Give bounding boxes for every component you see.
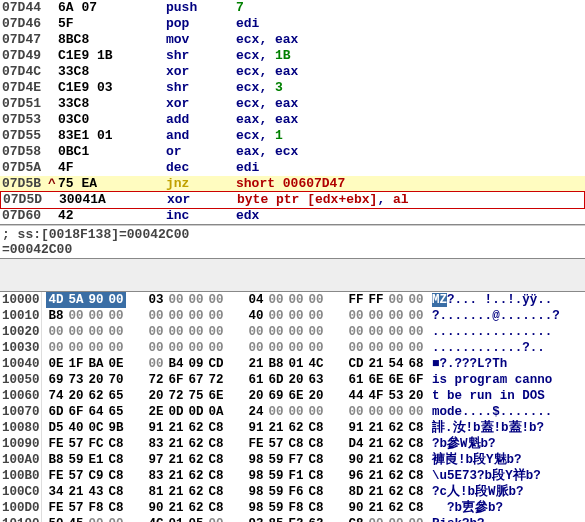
asm-mark <box>48 208 58 224</box>
asm-row[interactable]: 07D4C33C8xorecx, eax <box>0 64 585 80</box>
hex-bytes: 0E1FBA0E00B409CD21B8014CCD215468 <box>42 356 426 372</box>
asm-row[interactable]: 07D5133C8xorecx, eax <box>0 96 585 112</box>
asm-row[interactable]: 07D446A 07push7 <box>0 0 585 16</box>
asm-address: 07D47 <box>0 32 48 48</box>
asm-mark <box>49 192 59 208</box>
asm-operands: edi <box>236 160 585 176</box>
asm-row[interactable]: 07D4EC1E9 03shrecx, 3 <box>0 80 585 96</box>
asm-bytes: 6A 07 <box>58 0 166 16</box>
hex-row[interactable]: 1005069732070726F6772616D2063616E6E6Fis … <box>0 372 585 388</box>
hex-row[interactable]: 10100504500004C0105009385E262C8000000Ris… <box>0 516 585 522</box>
asm-mnemonic: mov <box>166 32 236 48</box>
asm-bytes: 30041A <box>59 192 167 208</box>
hex-row[interactable]: 10080D5400C9B912162C8912162C8912162C8誹.汝… <box>0 420 585 436</box>
asm-address: 07D58 <box>0 144 48 160</box>
asm-address: 07D5A <box>0 160 48 176</box>
hex-ascii: MZ?... !..!.ÿÿ.. <box>426 292 585 308</box>
asm-address: 07D5D <box>1 192 49 208</box>
asm-mark <box>48 144 58 160</box>
hex-row[interactable]: 1002000000000000000000000000000000000...… <box>0 324 585 340</box>
asm-row[interactable]: 07D5D30041Axorbyte ptr [edx+ebx], al <box>0 191 585 209</box>
asm-operands: ecx, eax <box>236 64 585 80</box>
asm-address: 07D51 <box>0 96 48 112</box>
asm-address: 07D53 <box>0 112 48 128</box>
hex-bytes: 69732070726F6772616D2063616E6E6F <box>42 372 426 388</box>
asm-operands: ecx, 1B <box>236 48 585 64</box>
asm-operands: ecx, 3 <box>236 80 585 96</box>
asm-row[interactable]: 07D5303C0addeax, eax <box>0 112 585 128</box>
asm-bytes: 42 <box>58 208 166 224</box>
hex-row[interactable]: 100A0B859E1C8972162C89859F7C8902162C8褲崀!… <box>0 452 585 468</box>
hex-address: 100B0 <box>0 468 42 484</box>
hex-ascii: t be run in DOS <box>426 388 585 404</box>
hex-address: 10090 <box>0 436 42 452</box>
asm-row[interactable]: 07D465Fpopedi <box>0 16 585 32</box>
hex-row[interactable]: 100706D6F64652E0D0D0A2400000000000000mod… <box>0 404 585 420</box>
hex-bytes: B859E1C8972162C89859F7C8902162C8 <box>42 452 426 468</box>
asm-mark <box>48 16 58 32</box>
hex-bytes: FE57F8C8902162C89859F8C8902162C8 <box>42 500 426 516</box>
hex-row[interactable]: 10090FE57FCC8832162C8FE57C8C8D42162C8?b參… <box>0 436 585 452</box>
hex-row[interactable]: 100C0342143C8812162C89859F6C88D2162C8?c人… <box>0 484 585 500</box>
hex-bytes: 742062652072756E20696E20444F5320 <box>42 388 426 404</box>
hex-ascii: \u5E73?b段Y祥b? <box>426 468 585 484</box>
asm-mark <box>48 80 58 96</box>
asm-row[interactable]: 07D6042incedx <box>0 208 585 224</box>
hex-address: 100A0 <box>0 452 42 468</box>
hexdump-pane[interactable]: 100004D5A90000300000004000000FFFF0000MZ?… <box>0 292 585 522</box>
hex-ascii: 誹.汝!b蓋!b蓋!b? <box>426 420 585 436</box>
hex-address: 10030 <box>0 340 42 356</box>
asm-bytes: 75 EA <box>58 176 166 192</box>
asm-bytes: 83E1 01 <box>58 128 166 144</box>
hex-bytes: 342143C8812162C89859F6C88D2162C8 <box>42 484 426 500</box>
asm-row[interactable]: 07D580BC1oreax, ecx <box>0 144 585 160</box>
hex-row[interactable]: 100D0FE57F8C8902162C89859F8C8902162C8 ?b… <box>0 500 585 516</box>
hex-ascii: ■?.???L?Th <box>426 356 585 372</box>
hex-row[interactable]: 1003000000000000000000000000000000000...… <box>0 340 585 356</box>
hex-address: 100D0 <box>0 500 42 516</box>
hex-ascii: Risk?h? <box>426 516 585 522</box>
hex-row[interactable]: 100B0FE57C9C8832162C89859F1C8962162C8\u5… <box>0 468 585 484</box>
hex-row[interactable]: 100004D5A90000300000004000000FFFF0000MZ?… <box>0 292 585 308</box>
hex-row[interactable]: 10060742062652072756E20696E20444F5320t b… <box>0 388 585 404</box>
asm-bytes: 33C8 <box>58 64 166 80</box>
disassembly-pane[interactable]: 07D446A 07push707D465Fpopedi07D478BC8mov… <box>0 0 585 225</box>
asm-address: 07D4E <box>0 80 48 96</box>
asm-row[interactable]: 07D5B^75 EAjnzshort 00607D47 <box>0 176 585 192</box>
asm-address: 07D4C <box>0 64 48 80</box>
asm-mnemonic: inc <box>166 208 236 224</box>
asm-row[interactable]: 07D49C1E9 1Bshrecx, 1B <box>0 48 585 64</box>
asm-address: 07D55 <box>0 128 48 144</box>
asm-row[interactable]: 07D5A4Fdecedi <box>0 160 585 176</box>
asm-operands: edi <box>236 16 585 32</box>
asm-operands: ecx, eax <box>236 32 585 48</box>
hex-row[interactable]: 10010B8000000000000004000000000000000?..… <box>0 308 585 324</box>
hex-address: 10000 <box>0 292 42 308</box>
hex-bytes: 6D6F64652E0D0D0A2400000000000000 <box>42 404 426 420</box>
status-line-2: =00042C00 <box>2 242 583 257</box>
asm-operands: byte ptr [edx+ebx], al <box>237 192 584 208</box>
hex-row[interactable]: 100400E1FBA0E00B409CD21B8014CCD215468■?.… <box>0 356 585 372</box>
asm-mnemonic: dec <box>166 160 236 176</box>
asm-address: 07D49 <box>0 48 48 64</box>
pane-separator[interactable] <box>0 258 585 292</box>
asm-mark <box>48 32 58 48</box>
asm-operands: eax, eax <box>236 112 585 128</box>
hex-address: 10020 <box>0 324 42 340</box>
hex-bytes: FE57C9C8832162C89859F1C8962162C8 <box>42 468 426 484</box>
asm-mnemonic: xor <box>166 64 236 80</box>
asm-bytes: 5F <box>58 16 166 32</box>
hex-ascii: ?.......@.......? <box>426 308 585 324</box>
hex-address: 10070 <box>0 404 42 420</box>
asm-mnemonic: shr <box>166 80 236 96</box>
hex-bytes: 4D5A90000300000004000000FFFF0000 <box>42 292 426 308</box>
asm-mnemonic: jnz <box>166 176 236 192</box>
asm-address: 07D46 <box>0 16 48 32</box>
asm-row[interactable]: 07D5583E1 01andecx, 1 <box>0 128 585 144</box>
hex-ascii: ............?.. <box>426 340 585 356</box>
asm-mnemonic: push <box>166 0 236 16</box>
asm-operands: ecx, 1 <box>236 128 585 144</box>
hex-ascii: ?b參W魁b? <box>426 436 585 452</box>
asm-row[interactable]: 07D478BC8movecx, eax <box>0 32 585 48</box>
asm-mnemonic: xor <box>166 96 236 112</box>
